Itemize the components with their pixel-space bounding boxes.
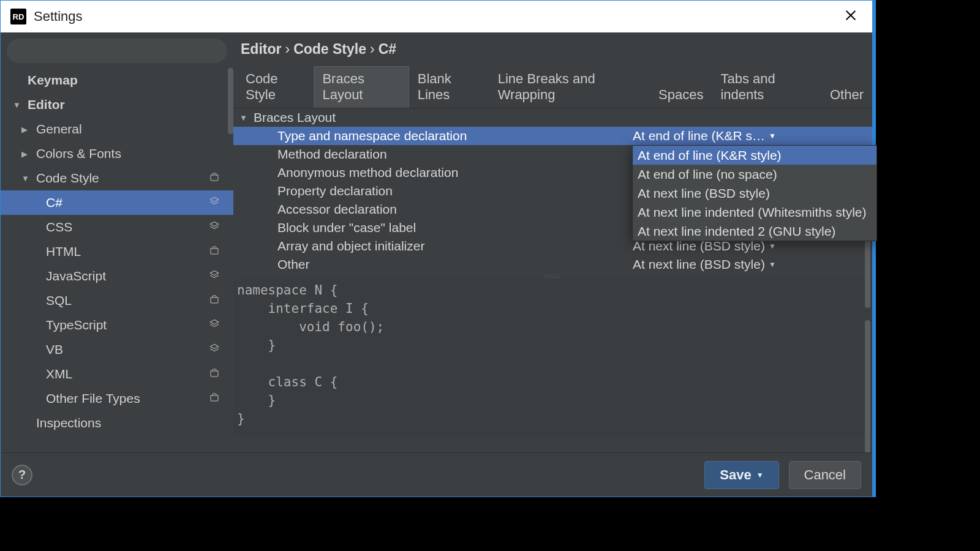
cancel-button[interactable]: Cancel xyxy=(789,461,861,489)
option-row[interactable]: OtherAt next line (BSD style) ▼ xyxy=(233,255,872,274)
breadcrumb-part[interactable]: C# xyxy=(379,41,396,58)
option-label: Other xyxy=(277,257,633,272)
layers-icon xyxy=(209,318,226,332)
chevron-down-icon: ▼ xyxy=(769,260,776,269)
sidebar-item-keymap[interactable]: Keymap xyxy=(1,68,233,92)
option-label: Property declaration xyxy=(277,184,633,198)
option-label: Block under "case" label xyxy=(277,220,633,235)
sidebar-item-label: Editor xyxy=(28,97,65,112)
scheme-icon xyxy=(209,244,226,259)
settings-tree[interactable]: KeymapEditorGeneralColors & FontsCode St… xyxy=(1,68,233,452)
options-panel: ▼ Braces Layout Type and namespace decla… xyxy=(233,108,872,274)
dropdown-item[interactable]: At next line indented (Whitesmiths style… xyxy=(633,203,876,222)
code-preview: namespace N { interface I { void foo(); … xyxy=(233,279,872,437)
sidebar-item-javascript[interactable]: JavaScript xyxy=(1,264,233,288)
sidebar: KeymapEditorGeneralColors & FontsCode St… xyxy=(1,32,233,452)
scheme-icon xyxy=(209,391,226,406)
tab-line-breaks-and-wrapping[interactable]: Line Breaks and Wrapping xyxy=(489,66,650,108)
chevron-down-icon: ▼ xyxy=(769,242,776,250)
scheme-icon xyxy=(209,293,226,308)
sidebar-item-label: CSS xyxy=(46,220,72,234)
search-input[interactable] xyxy=(7,39,227,63)
tab-other[interactable]: Other xyxy=(821,82,872,108)
scheme-icon xyxy=(209,171,226,186)
option-value[interactable]: At next line (BSD style) xyxy=(633,257,765,272)
sidebar-item-label: VB xyxy=(46,342,63,357)
splitter-handle[interactable]: :::::: xyxy=(233,274,872,279)
layers-icon xyxy=(209,220,226,234)
tab-bar: Code StyleBraces LayoutBlank LinesLine B… xyxy=(233,66,872,108)
sidebar-item-inspections[interactable]: Inspections xyxy=(1,411,233,435)
chevron-down-icon xyxy=(21,174,32,183)
footer: ? Save▼ Cancel xyxy=(1,452,872,497)
option-value[interactable]: At end of line (K&R s… xyxy=(633,129,765,143)
sidebar-item-xml[interactable]: XML xyxy=(1,362,233,386)
help-button[interactable]: ? xyxy=(12,465,32,485)
sidebar-item-colors-fonts[interactable]: Colors & Fonts xyxy=(1,141,233,166)
sidebar-item-label: TypeScript xyxy=(46,318,107,332)
chevron-right-icon xyxy=(21,125,32,134)
sidebar-item-css[interactable]: CSS xyxy=(1,215,233,239)
sidebar-item-editor[interactable]: Editor xyxy=(1,92,233,117)
sidebar-item-label: SQL xyxy=(46,293,72,308)
sidebar-item-general[interactable]: General xyxy=(1,117,233,141)
sidebar-scrollbar[interactable] xyxy=(228,68,233,134)
preview-scrollbar[interactable] xyxy=(865,320,870,467)
layers-icon xyxy=(209,342,226,357)
sidebar-item-c-[interactable]: C# xyxy=(1,190,233,215)
save-button[interactable]: Save▼ xyxy=(704,461,778,489)
breadcrumb-part[interactable]: Code Style xyxy=(293,41,366,58)
sidebar-item-vb[interactable]: VB xyxy=(1,337,233,362)
option-label: Accessor declaration xyxy=(277,202,633,217)
app-icon: RD xyxy=(10,9,26,24)
titlebar: RD Settings xyxy=(1,1,872,32)
dropdown-item[interactable]: At end of line (K&R style) xyxy=(633,146,876,165)
chevron-right-icon xyxy=(21,149,32,159)
section-header[interactable]: ▼ Braces Layout xyxy=(233,108,872,127)
sidebar-item-label: HTML xyxy=(46,244,81,259)
layers-icon xyxy=(209,269,226,283)
option-label: Anonymous method declaration xyxy=(277,165,633,180)
sidebar-item-code-style[interactable]: Code Style xyxy=(1,166,233,190)
chevron-down-icon: ▼ xyxy=(769,132,776,140)
sidebar-item-label: JavaScript xyxy=(46,269,106,283)
option-label: Array and object initializer xyxy=(277,239,633,253)
sidebar-item-label: Code Style xyxy=(36,171,99,186)
tab-code-style[interactable]: Code Style xyxy=(237,66,314,108)
sidebar-item-label: C# xyxy=(46,195,62,210)
option-label: Method declaration xyxy=(277,147,633,162)
sidebar-item-typescript[interactable]: TypeScript xyxy=(1,313,233,337)
sidebar-item-label: Inspections xyxy=(36,416,101,430)
sidebar-item-label: General xyxy=(36,122,82,137)
dropdown-item[interactable]: At end of line (no space) xyxy=(633,165,876,184)
option-row[interactable]: Type and namespace declarationAt end of … xyxy=(233,127,872,145)
layers-icon xyxy=(209,195,226,210)
sidebar-item-label: Colors & Fonts xyxy=(36,146,121,161)
sidebar-item-label: Keymap xyxy=(28,73,78,88)
tab-spaces[interactable]: Spaces xyxy=(650,82,712,108)
breadcrumb-part[interactable]: Editor xyxy=(241,41,281,58)
breadcrumb: Editor › Code Style › C# xyxy=(233,32,872,66)
sidebar-item-label: XML xyxy=(46,367,72,381)
option-label: Type and namespace declaration xyxy=(277,129,633,143)
chevron-down-icon xyxy=(13,100,24,110)
settings-window: RD Settings KeymapEditorGeneralColors & … xyxy=(0,0,876,497)
dropdown-item[interactable]: At next line (BSD style) xyxy=(633,184,876,203)
scheme-icon xyxy=(209,367,226,381)
main-panel: Editor › Code Style › C# Code StyleBrace… xyxy=(233,32,872,452)
dropdown-item[interactable]: At next line indented 2 (GNU style) xyxy=(633,222,876,241)
section-title: Braces Layout xyxy=(254,110,336,125)
sidebar-item-label: Other File Types xyxy=(46,391,140,406)
tab-tabs-and-indents[interactable]: Tabs and indents xyxy=(712,66,821,108)
tab-blank-lines[interactable]: Blank Lines xyxy=(409,66,489,108)
close-button[interactable] xyxy=(839,5,862,29)
window-title: Settings xyxy=(34,9,83,24)
tab-braces-layout[interactable]: Braces Layout xyxy=(314,66,409,108)
sidebar-item-sql[interactable]: SQL xyxy=(1,288,233,313)
sidebar-item-html[interactable]: HTML xyxy=(1,239,233,264)
sidebar-item-other-file-types[interactable]: Other File Types xyxy=(1,386,233,411)
dropdown-popup[interactable]: At end of line (K&R style)At end of line… xyxy=(632,145,877,241)
